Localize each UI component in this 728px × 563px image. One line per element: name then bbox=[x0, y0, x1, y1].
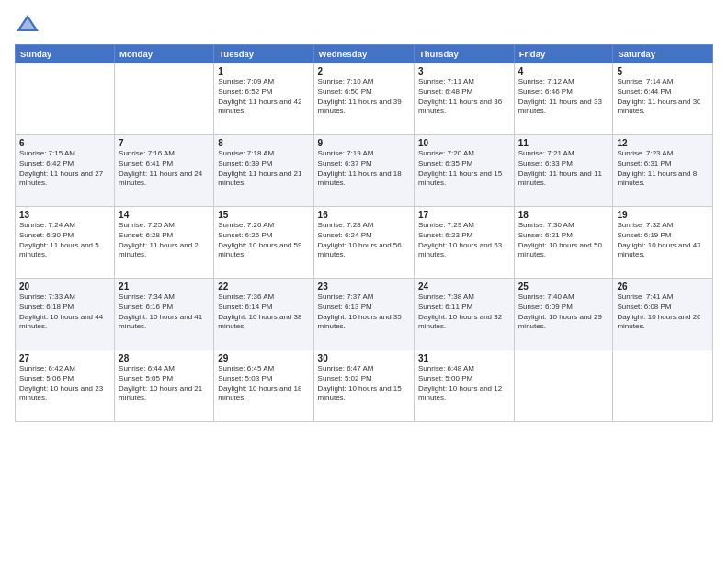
day-number: 4 bbox=[518, 66, 609, 76]
day-info: Sunrise: 6:42 AMSunset: 5:06 PMDaylight:… bbox=[19, 364, 110, 404]
calendar-cell: 20Sunrise: 7:33 AMSunset: 6:18 PMDayligh… bbox=[16, 279, 115, 350]
logo bbox=[15, 11, 44, 37]
day-number: 3 bbox=[418, 66, 510, 76]
day-number: 18 bbox=[518, 210, 609, 220]
calendar-cell: 8Sunrise: 7:18 AMSunset: 6:39 PMDaylight… bbox=[214, 135, 313, 207]
day-info: Sunrise: 7:16 AMSunset: 6:41 PMDaylight:… bbox=[119, 149, 210, 189]
day-number: 23 bbox=[318, 282, 410, 292]
calendar-cell: 18Sunrise: 7:30 AMSunset: 6:21 PMDayligh… bbox=[514, 207, 613, 279]
day-number: 14 bbox=[119, 210, 210, 220]
day-info: Sunrise: 7:11 AMSunset: 6:48 PMDaylight:… bbox=[418, 77, 510, 117]
day-number: 8 bbox=[218, 138, 309, 148]
day-header-monday: Monday bbox=[115, 45, 214, 63]
day-info: Sunrise: 7:38 AMSunset: 6:11 PMDaylight:… bbox=[418, 293, 510, 332]
day-number: 31 bbox=[418, 353, 510, 363]
day-number: 30 bbox=[318, 353, 410, 363]
day-number: 27 bbox=[19, 353, 110, 363]
calendar-cell: 21Sunrise: 7:34 AMSunset: 6:16 PMDayligh… bbox=[115, 279, 214, 350]
week-row-2: 6Sunrise: 7:15 AMSunset: 6:42 PMDaylight… bbox=[16, 135, 713, 207]
day-info: Sunrise: 7:25 AMSunset: 6:28 PMDaylight:… bbox=[119, 221, 210, 260]
calendar-cell bbox=[514, 350, 613, 422]
week-row-5: 27Sunrise: 6:42 AMSunset: 5:06 PMDayligh… bbox=[16, 350, 713, 422]
calendar-cell: 17Sunrise: 7:29 AMSunset: 6:23 PMDayligh… bbox=[415, 207, 515, 279]
calendar-body: 1Sunrise: 7:09 AMSunset: 6:52 PMDaylight… bbox=[16, 63, 713, 422]
calendar-cell: 22Sunrise: 7:36 AMSunset: 6:14 PMDayligh… bbox=[214, 279, 313, 350]
day-info: Sunrise: 7:30 AMSunset: 6:21 PMDaylight:… bbox=[518, 221, 609, 260]
day-info: Sunrise: 7:15 AMSunset: 6:42 PMDaylight:… bbox=[19, 149, 110, 189]
calendar-cell: 28Sunrise: 6:44 AMSunset: 5:05 PMDayligh… bbox=[115, 350, 214, 422]
day-info: Sunrise: 7:32 AMSunset: 6:19 PMDaylight:… bbox=[617, 221, 709, 260]
calendar-cell: 1Sunrise: 7:09 AMSunset: 6:52 PMDaylight… bbox=[214, 63, 313, 135]
day-number: 6 bbox=[19, 138, 110, 148]
day-number: 12 bbox=[617, 138, 709, 148]
calendar-cell: 2Sunrise: 7:10 AMSunset: 6:50 PMDaylight… bbox=[313, 63, 414, 135]
day-number: 28 bbox=[119, 353, 210, 363]
calendar-cell bbox=[16, 63, 115, 135]
day-number: 13 bbox=[19, 210, 110, 220]
day-info: Sunrise: 7:26 AMSunset: 6:26 PMDaylight:… bbox=[218, 221, 309, 260]
calendar-cell: 11Sunrise: 7:21 AMSunset: 6:33 PMDayligh… bbox=[514, 135, 613, 207]
calendar-cell: 10Sunrise: 7:20 AMSunset: 6:35 PMDayligh… bbox=[415, 135, 515, 207]
calendar-table: SundayMondayTuesdayWednesdayThursdayFrid… bbox=[15, 44, 713, 422]
day-number: 21 bbox=[119, 282, 210, 292]
day-number: 5 bbox=[617, 66, 709, 76]
day-info: Sunrise: 6:48 AMSunset: 5:00 PMDaylight:… bbox=[418, 364, 510, 404]
day-info: Sunrise: 7:24 AMSunset: 6:30 PMDaylight:… bbox=[19, 221, 110, 260]
day-number: 11 bbox=[518, 138, 609, 148]
day-info: Sunrise: 7:29 AMSunset: 6:23 PMDaylight:… bbox=[418, 221, 510, 260]
day-header-saturday: Saturday bbox=[613, 45, 713, 63]
day-info: Sunrise: 6:45 AMSunset: 5:03 PMDaylight:… bbox=[218, 364, 309, 404]
calendar-cell: 30Sunrise: 6:47 AMSunset: 5:02 PMDayligh… bbox=[313, 350, 414, 422]
calendar-cell: 3Sunrise: 7:11 AMSunset: 6:48 PMDaylight… bbox=[415, 63, 515, 135]
day-number: 16 bbox=[318, 210, 410, 220]
calendar-cell bbox=[115, 63, 214, 135]
calendar-cell: 27Sunrise: 6:42 AMSunset: 5:06 PMDayligh… bbox=[16, 350, 115, 422]
day-info: Sunrise: 7:33 AMSunset: 6:18 PMDaylight:… bbox=[19, 293, 110, 332]
week-row-3: 13Sunrise: 7:24 AMSunset: 6:30 PMDayligh… bbox=[16, 207, 713, 279]
calendar-cell: 25Sunrise: 7:40 AMSunset: 6:09 PMDayligh… bbox=[514, 279, 613, 350]
week-row-4: 20Sunrise: 7:33 AMSunset: 6:18 PMDayligh… bbox=[16, 279, 713, 350]
day-number: 17 bbox=[418, 210, 510, 220]
calendar-cell: 14Sunrise: 7:25 AMSunset: 6:28 PMDayligh… bbox=[115, 207, 214, 279]
day-info: Sunrise: 7:21 AMSunset: 6:33 PMDaylight:… bbox=[518, 149, 609, 189]
day-number: 24 bbox=[418, 282, 510, 292]
day-number: 29 bbox=[218, 353, 309, 363]
day-header-tuesday: Tuesday bbox=[214, 45, 313, 63]
day-info: Sunrise: 7:18 AMSunset: 6:39 PMDaylight:… bbox=[218, 149, 309, 189]
day-number: 9 bbox=[318, 138, 410, 148]
calendar-cell: 15Sunrise: 7:26 AMSunset: 6:26 PMDayligh… bbox=[214, 207, 313, 279]
calendar-cell: 16Sunrise: 7:28 AMSunset: 6:24 PMDayligh… bbox=[313, 207, 414, 279]
day-header-thursday: Thursday bbox=[415, 45, 515, 63]
day-info: Sunrise: 7:40 AMSunset: 6:09 PMDaylight:… bbox=[518, 293, 609, 332]
logo-icon bbox=[15, 11, 40, 37]
day-number: 1 bbox=[218, 66, 309, 76]
calendar-cell: 4Sunrise: 7:12 AMSunset: 6:46 PMDaylight… bbox=[514, 63, 613, 135]
day-info: Sunrise: 7:09 AMSunset: 6:52 PMDaylight:… bbox=[218, 77, 309, 117]
week-row-1: 1Sunrise: 7:09 AMSunset: 6:52 PMDaylight… bbox=[16, 63, 713, 135]
day-header-sunday: Sunday bbox=[16, 45, 115, 63]
day-number: 20 bbox=[19, 282, 110, 292]
day-info: Sunrise: 7:41 AMSunset: 6:08 PMDaylight:… bbox=[617, 293, 709, 332]
calendar-cell: 29Sunrise: 6:45 AMSunset: 5:03 PMDayligh… bbox=[214, 350, 313, 422]
day-number: 15 bbox=[218, 210, 309, 220]
day-info: Sunrise: 6:47 AMSunset: 5:02 PMDaylight:… bbox=[318, 364, 410, 404]
page: SundayMondayTuesdayWednesdayThursdayFrid… bbox=[0, 0, 728, 563]
calendar-cell: 12Sunrise: 7:23 AMSunset: 6:31 PMDayligh… bbox=[613, 135, 713, 207]
day-number: 19 bbox=[617, 210, 709, 220]
day-header-friday: Friday bbox=[514, 45, 613, 63]
day-number: 2 bbox=[318, 66, 410, 76]
day-number: 7 bbox=[119, 138, 210, 148]
day-info: Sunrise: 7:23 AMSunset: 6:31 PMDaylight:… bbox=[617, 149, 709, 189]
day-number: 10 bbox=[418, 138, 510, 148]
day-info: Sunrise: 7:14 AMSunset: 6:44 PMDaylight:… bbox=[617, 77, 709, 117]
calendar-cell: 19Sunrise: 7:32 AMSunset: 6:19 PMDayligh… bbox=[613, 207, 713, 279]
day-number: 25 bbox=[518, 282, 609, 292]
calendar-cell: 7Sunrise: 7:16 AMSunset: 6:41 PMDaylight… bbox=[115, 135, 214, 207]
day-info: Sunrise: 7:10 AMSunset: 6:50 PMDaylight:… bbox=[318, 77, 410, 117]
day-header-wednesday: Wednesday bbox=[313, 45, 414, 63]
calendar-cell: 24Sunrise: 7:38 AMSunset: 6:11 PMDayligh… bbox=[415, 279, 515, 350]
calendar-cell: 5Sunrise: 7:14 AMSunset: 6:44 PMDaylight… bbox=[613, 63, 713, 135]
calendar-cell: 13Sunrise: 7:24 AMSunset: 6:30 PMDayligh… bbox=[16, 207, 115, 279]
day-info: Sunrise: 7:20 AMSunset: 6:35 PMDaylight:… bbox=[418, 149, 510, 189]
calendar-cell: 23Sunrise: 7:37 AMSunset: 6:13 PMDayligh… bbox=[313, 279, 414, 350]
